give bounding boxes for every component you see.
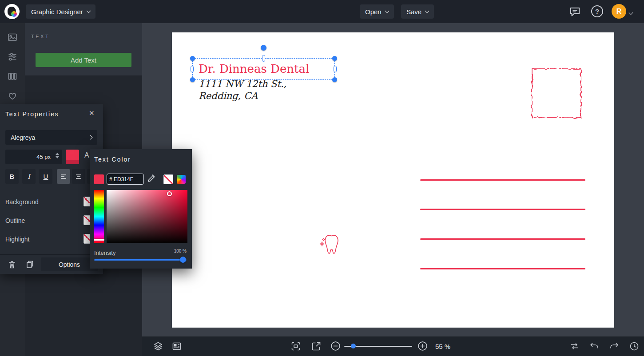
layout-tool-button[interactable] (7, 71, 18, 82)
font-size-input[interactable]: 45 px (5, 150, 62, 164)
redo-icon (609, 341, 620, 352)
zoom-level-value: 55 % (435, 343, 450, 350)
add-text-button[interactable]: Add Text (36, 53, 131, 67)
duplicate-icon (26, 260, 34, 269)
zoom-in-button[interactable] (417, 341, 428, 351)
app-window: Graphic Designer Open Save ? R (0, 0, 644, 356)
layers-button[interactable] (153, 341, 163, 352)
design-canvas[interactable]: Dr. Dinneas Dental 1111 NW 12th St., Red… (172, 32, 614, 328)
writing-line-1[interactable] (420, 179, 585, 181)
text-properties-panel: Text Properties ✕ Alegreya 45 px A B I U (0, 104, 103, 274)
save-button[interactable]: Save (401, 4, 434, 19)
adjust-tool-button[interactable] (7, 51, 18, 62)
text-properties-title: Text Properties (5, 111, 59, 118)
user-menu-chevron[interactable] (629, 9, 632, 16)
duplicate-button[interactable] (22, 257, 37, 271)
stamp-frame-element[interactable] (528, 64, 585, 122)
background-label: Background (5, 198, 39, 206)
templates-button[interactable] (171, 341, 182, 352)
no-color-swatch[interactable] (163, 174, 173, 184)
italic-button[interactable]: I (22, 169, 36, 184)
eyedropper-button[interactable] (147, 174, 155, 182)
align-center-button[interactable] (72, 169, 85, 184)
repeat-icon (569, 341, 580, 352)
font-size-value: 45 px (36, 154, 51, 160)
resize-handle-top-right[interactable] (332, 56, 337, 61)
intensity-slider[interactable] (94, 259, 187, 261)
letter-spacing-control[interactable]: A (84, 151, 89, 159)
user-avatar[interactable]: R (612, 4, 626, 19)
align-center-icon (76, 174, 82, 180)
chevron-down-icon (425, 8, 429, 13)
increase-icon[interactable] (56, 153, 59, 155)
comments-button[interactable] (569, 6, 581, 18)
app-menu-button[interactable]: Graphic Designer (26, 4, 95, 19)
eyedropper-icon (147, 174, 155, 182)
decrease-icon[interactable] (56, 156, 59, 158)
sliders-icon (7, 51, 18, 62)
columns-icon (7, 71, 18, 82)
sparkle-small-icon (322, 238, 325, 241)
tooth-icon (325, 235, 338, 253)
align-left-button[interactable] (57, 169, 70, 184)
intensity-label: Intensity (94, 249, 115, 256)
rotate-handle[interactable] (261, 45, 266, 51)
layers-icon (153, 341, 163, 352)
undo-button[interactable] (589, 341, 600, 352)
canvas-address-text[interactable]: 1111 NW 12th St., Redding, CA (199, 78, 286, 102)
writing-line-2[interactable] (420, 209, 585, 210)
chevron-down-icon (629, 11, 633, 15)
help-button[interactable]: ? (591, 5, 603, 17)
export-icon (311, 341, 322, 352)
tooth-graphic-element[interactable] (319, 233, 340, 256)
hex-color-input[interactable] (107, 174, 144, 185)
export-button[interactable] (311, 341, 322, 352)
resize-handle-left[interactable] (191, 66, 194, 72)
saturation-brightness-area[interactable] (107, 190, 187, 243)
open-button[interactable]: Open (360, 4, 394, 19)
fit-screen-icon (290, 341, 301, 352)
images-tool-button[interactable] (7, 32, 18, 43)
hue-slider-handle[interactable] (94, 239, 104, 241)
intensity-slider-handle[interactable] (180, 257, 186, 263)
template-icon (171, 341, 182, 352)
writing-line-4[interactable] (420, 268, 585, 269)
address-line-2: Redding, CA (199, 90, 286, 102)
app-logo (4, 4, 20, 19)
resize-handle-right[interactable] (334, 66, 337, 72)
resize-handle-bottom-left[interactable] (190, 77, 195, 82)
loop-button[interactable] (569, 341, 580, 352)
redo-button[interactable] (609, 341, 620, 352)
app-menu-label: Graphic Designer (31, 8, 83, 16)
top-handle[interactable] (262, 55, 265, 62)
favorites-tool-button[interactable] (7, 91, 18, 101)
font-size-steppers[interactable] (56, 153, 59, 158)
close-button[interactable]: ✕ (89, 109, 95, 117)
hue-slider[interactable] (94, 190, 104, 243)
fit-to-screen-button[interactable] (290, 341, 301, 352)
zoom-slider-handle[interactable] (351, 344, 356, 348)
delete-button[interactable] (4, 257, 20, 271)
options-button[interactable]: Options (41, 257, 98, 271)
avatar-initial: R (616, 8, 622, 16)
writing-line-3[interactable] (420, 238, 585, 240)
align-left-icon (60, 174, 67, 180)
chevron-down-icon (385, 8, 389, 13)
font-family-select[interactable]: Alegreya (5, 130, 97, 145)
color-picker-handle[interactable] (167, 191, 172, 196)
resize-handle-bottom-right[interactable] (332, 77, 337, 82)
font-family-value: Alegreya (11, 134, 35, 141)
current-color-swatch[interactable] (94, 174, 104, 184)
history-clock-icon (629, 341, 640, 352)
underline-button[interactable]: U (39, 169, 52, 184)
zoom-out-button[interactable] (330, 341, 341, 351)
gradient-color-swatch[interactable] (177, 175, 186, 184)
text-selection-box[interactable] (192, 58, 335, 80)
resize-handle-top-left[interactable] (190, 56, 195, 61)
help-icon: ? (595, 8, 599, 15)
bold-button[interactable]: B (5, 169, 19, 184)
comment-icon (569, 6, 581, 18)
history-button[interactable] (629, 341, 640, 352)
stamp-border (532, 69, 581, 118)
text-color-swatch-button[interactable] (66, 150, 79, 164)
